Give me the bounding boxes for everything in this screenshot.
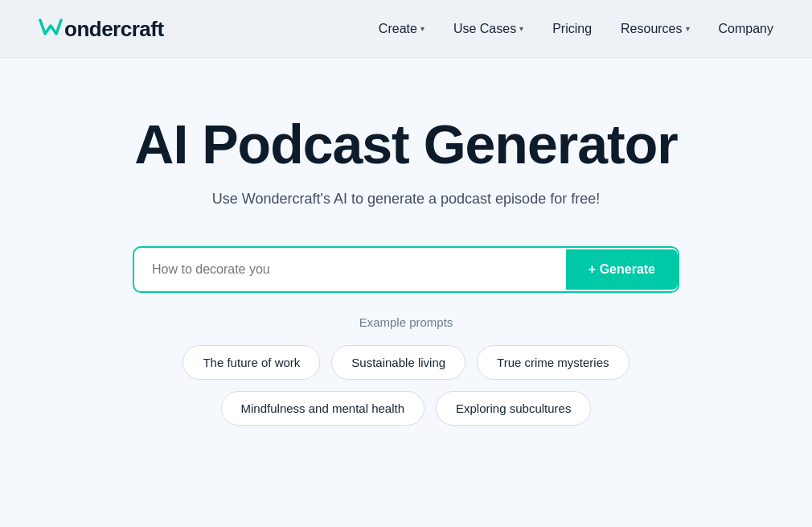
logo-text: ondercraft bbox=[64, 17, 164, 41]
prompt-chip-true-crime[interactable]: True crime mysteries bbox=[477, 345, 629, 380]
nav-item-pricing[interactable]: Pricing bbox=[552, 22, 592, 36]
prompts-wrapper: The future of work Sustainable living Tr… bbox=[182, 345, 629, 426]
prompts-row-2: Mindfulness and mental health Exploring … bbox=[221, 391, 592, 426]
nav-item-company[interactable]: Company bbox=[719, 22, 773, 36]
logo-icon bbox=[39, 18, 63, 39]
prompt-chip-mindfulness[interactable]: Mindfulness and mental health bbox=[221, 391, 424, 426]
prompt-chip-subcultures[interactable]: Exploring subcultures bbox=[436, 391, 591, 426]
prompt-chip-sustainable-living[interactable]: Sustainable living bbox=[331, 345, 465, 380]
nav-label-company: Company bbox=[719, 22, 773, 36]
hero-section: AI Podcast Generator Use Wondercraft's A… bbox=[0, 58, 812, 527]
logo[interactable]: ondercraft bbox=[39, 15, 164, 42]
navbar: ondercraft Create ▾ Use Cases ▾ Pricing … bbox=[0, 0, 812, 58]
nav-item-create[interactable]: Create ▾ bbox=[379, 22, 424, 36]
chevron-down-icon: ▾ bbox=[519, 24, 523, 33]
chevron-down-icon: ▾ bbox=[420, 24, 424, 33]
prompts-label: Example prompts bbox=[359, 315, 453, 329]
nav-label-resources: Resources bbox=[621, 22, 682, 36]
nav-item-use-cases[interactable]: Use Cases ▾ bbox=[453, 22, 523, 36]
generate-button[interactable]: + Generate bbox=[566, 249, 678, 290]
chevron-down-icon: ▾ bbox=[686, 24, 690, 33]
search-box: + Generate bbox=[133, 246, 679, 293]
nav-links: Create ▾ Use Cases ▾ Pricing Resources ▾… bbox=[379, 22, 773, 36]
hero-subtitle: Use Wondercraft's AI to generate a podca… bbox=[212, 191, 600, 208]
prompts-row-1: The future of work Sustainable living Tr… bbox=[182, 345, 629, 380]
nav-label-pricing: Pricing bbox=[552, 22, 592, 36]
search-input[interactable] bbox=[134, 248, 566, 291]
prompt-chip-future-work[interactable]: The future of work bbox=[182, 345, 320, 380]
search-container: + Generate bbox=[133, 246, 679, 293]
nav-label-create: Create bbox=[379, 22, 417, 36]
nav-label-use-cases: Use Cases bbox=[453, 22, 516, 36]
nav-item-resources[interactable]: Resources ▾ bbox=[621, 22, 689, 36]
page-title: AI Podcast Generator bbox=[134, 114, 677, 175]
generate-button-label: + Generate bbox=[588, 262, 655, 277]
